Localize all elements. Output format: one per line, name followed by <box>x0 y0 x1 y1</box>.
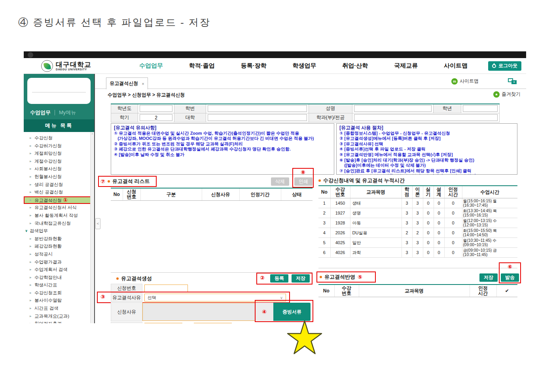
sidebar-item-social-service[interactable]: 사회봉사신청 <box>24 165 94 173</box>
create-section-title: 유고결석생성 <box>116 275 152 282</box>
sidebar-item-menstrual-absence[interactable]: 생리 공결신청 <box>24 181 94 189</box>
section-bullet-icon <box>116 277 119 280</box>
sidebar-tab-classes[interactable]: 수업업무 <box>30 109 51 116</box>
nav-sitemap[interactable]: 사이트맵 <box>444 62 468 70</box>
absence-list-title: 유고결석 리스트 <box>112 178 150 185</box>
sidebar-scrollbar[interactable]: ^ <box>90 132 94 323</box>
tab-excused-absence[interactable]: 유고결석신청 × <box>106 77 148 89</box>
annotation-5: ⑤ <box>358 274 362 280</box>
sidebar-item-credit-exchange[interactable]: 국내학점교류신청 <box>24 220 94 228</box>
nav-international[interactable]: 국제교류 <box>394 62 418 70</box>
sidebar-item-sugang[interactable]: 수강신청 <box>24 134 94 142</box>
content-area: < 유고결석신청 × m 사이트맵 × 수업업무 > 신청업무 > 유고결석신청 <box>95 74 526 323</box>
favorite-star-icon: ★ <box>493 91 500 98</box>
period-end-input[interactable] <box>194 323 232 323</box>
year-input[interactable] <box>140 105 172 112</box>
reason-textarea[interactable] <box>142 303 255 321</box>
table-row: 42026DU실용 220 00화(15:00~15:50) 목(14:00~1… <box>318 228 517 238</box>
annotation-box-7: ⑦ 유고결석 리스트 <box>98 176 157 187</box>
label-period: 인정기간 <box>111 322 142 323</box>
sidebar-item-vaccine-absence[interactable]: 백신 공결신청 <box>24 188 94 196</box>
sitemap-icon: m <box>451 78 458 85</box>
sidebar-item-course-overview[interactable]: 교과목개요(교과) <box>24 313 94 320</box>
department-input[interactable] <box>354 114 498 121</box>
sidebar-item-timetable-search[interactable]: 시간표 검색 <box>24 305 94 313</box>
register-button[interactable]: 등록 <box>270 274 288 283</box>
table-row: 21927생명 330 00화(13:30~14:45) 목(15:00~16:… <box>318 208 517 218</box>
sidebar-item-blood-service[interactable]: 헌혈봉사신청 <box>24 173 94 181</box>
name-input[interactable] <box>354 105 432 112</box>
sidebar-item-class-status[interactable]: 분반강좌현황 <box>24 235 94 243</box>
student-id-input[interactable] <box>208 105 307 112</box>
tab-bar: 유고결석신청 × m 사이트맵 × <box>95 74 526 89</box>
annotation-6: ⑥ <box>508 264 512 270</box>
breadcrumb-row: 수업업무 > 신청업무 > 유고결석신청 ★ 즐겨찾기 <box>95 89 526 100</box>
nav-student-affairs[interactable]: 학생업무 <box>292 62 316 70</box>
logout-button[interactable]: 로그아웃 <box>488 61 521 71</box>
sidebar-item-seasonal[interactable]: 계절수강신청 <box>24 158 94 166</box>
apply-section-title: 유고결석반영 <box>324 273 355 281</box>
label-reason-type: 유고결석사유 <box>111 293 142 302</box>
annotation-2: ② <box>260 275 265 281</box>
apply-table: No 수강 번호 교과목명 인정 시간 ✔ <box>318 284 517 297</box>
grade-input[interactable] <box>463 105 498 112</box>
scroll-up-icon[interactable]: ^ <box>91 132 94 137</box>
sidebar-item-sugang-lookup[interactable]: 수강신청조회 <box>24 289 94 297</box>
sidebar-item-excused-absence[interactable]: 유고결석신청 ① <box>24 196 94 204</box>
nav-classes[interactable]: 수업업무 <box>139 62 163 70</box>
browser-top-bar <box>24 51 526 58</box>
breadcrumb: 수업업무 > 신청업무 > 유고결석신청 <box>108 92 185 98</box>
notice-cautions: [유고결석 유의사항] ① 유고결석 적용은 대면수업 및 실시간 Zoom 수… <box>111 123 334 175</box>
college-input[interactable] <box>208 114 307 121</box>
sidebar-item-syllabus-search[interactable]: 수업계획서 검색 <box>24 266 94 274</box>
sidebar-item-credit-guide[interactable]: 수강학점안내 <box>24 274 94 282</box>
annotation-7: ⑦ <box>100 178 105 185</box>
university-name: 대구대학교 <box>56 61 91 68</box>
university-logo[interactable]: 대구대학교 DAEGU UNIVERSITY <box>41 60 116 72</box>
request-no-input[interactable] <box>144 285 188 292</box>
university-name-en: DAEGU UNIVERSITY <box>56 68 91 71</box>
nav-registration[interactable]: 등록·장학 <box>241 62 267 70</box>
section-bullet-icon <box>318 179 321 182</box>
divider <box>318 268 517 268</box>
period-row: 인정기간 ~ <box>111 322 230 323</box>
nav-records[interactable]: 학적·졸업 <box>189 62 215 70</box>
highlight-star-icon <box>286 318 324 355</box>
sidebar-item-closed-courses[interactable]: 폐강강좌현황 <box>24 243 94 251</box>
sidebar-item-service-record[interactable]: 봉사이수열람 <box>24 297 94 305</box>
favorite-link[interactable]: ★ 즐겨찾기 <box>493 91 521 98</box>
tab-close-icon[interactable]: × <box>142 81 144 86</box>
table-row: 11450생태 330 00월(15:00~16:15) 월(16:30~17:… <box>318 198 517 208</box>
notice-procedure: [유고결석 사용 절차] ① [종합정보시스템] - 수업업무 - 신청업무 -… <box>336 123 517 175</box>
sidebar-item-eval-result[interactable]: 수업평가결과 <box>24 258 94 266</box>
chevron-down-icon: ∨ <box>280 296 283 300</box>
label-name: 성명 <box>309 104 352 113</box>
window-close-icon[interactable]: × <box>508 78 517 84</box>
save-button[interactable]: 저장 <box>292 274 310 283</box>
label-reason: 신청사유 <box>111 302 142 321</box>
annotation-3: ③ <box>100 294 105 300</box>
label-department: 학과(부)/전공 <box>309 113 352 122</box>
sidebar-item-clipped[interactable]: 취업전자출결 <box>24 320 94 323</box>
sidebar-item-service-plan[interactable]: 봉사 활동계획서 작성 <box>24 212 94 220</box>
label-year: 학년도 <box>111 104 138 113</box>
check-icon[interactable]: ✔ <box>496 285 517 297</box>
sidebar-collapse-handle[interactable]: < <box>95 218 100 229</box>
sidebar-item-absence-form[interactable]: 유고결석신청서 서식 <box>24 204 94 212</box>
apply-save-button[interactable]: 저장 <box>479 273 498 282</box>
label-semester: 학기 <box>111 113 138 122</box>
top-nav: 수업업무 학적·졸업 등록·장학 학생업무 취업·산학 국제교류 사이트맵 <box>139 62 468 70</box>
sitemap-link[interactable]: m 사이트맵 <box>451 78 479 85</box>
period-start-input[interactable] <box>144 323 182 323</box>
annotation-box-5: 유고결석반영 ⑤ <box>316 271 376 283</box>
semester-input[interactable]: 2 <box>140 114 172 121</box>
nav-employment[interactable]: 취업·산학 <box>342 62 368 70</box>
sidebar-item-timetable[interactable]: 학생시간표 <box>24 281 94 289</box>
delete-button[interactable]: 삭제 <box>271 177 289 186</box>
sidebar-item-grade-post[interactable]: 성적공시 <box>24 251 94 258</box>
sidebar-group-search[interactable]: 검색업무 <box>24 227 94 235</box>
enrollment-section-title: 수강신청내역 및 유고결석 누적시간 <box>318 177 405 184</box>
sidebar-item-sugang-permit[interactable]: 수강허가신청 <box>24 142 94 150</box>
sidebar-item-seasonal-hope[interactable]: 계절희망신청 <box>24 150 94 158</box>
sidebar-tab-mymenu[interactable]: My메뉴 <box>59 109 76 116</box>
